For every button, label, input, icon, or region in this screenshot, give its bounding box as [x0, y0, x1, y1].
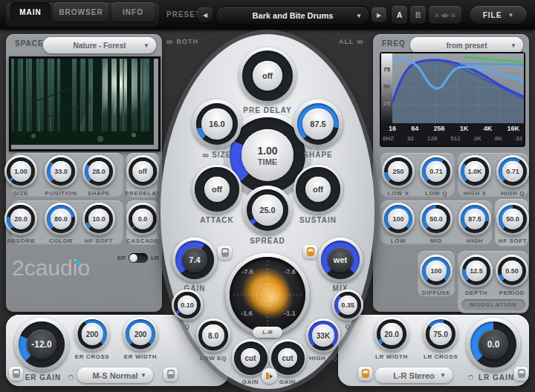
er-cross-label: ER CROSS [75, 353, 110, 360]
predelay-knob[interactable]: off [126, 155, 159, 188]
low-eq-q-label: Q [185, 323, 190, 330]
space-select[interactable]: Nature - Forest ▼ [43, 37, 156, 53]
hf-soft-tail-knob[interactable]: 50.0 [496, 203, 529, 235]
er-cross-knob[interactable]: 200 [75, 317, 109, 351]
absorb-knob[interactable]: 20.0 [4, 203, 37, 235]
diffuse-knob[interactable]: 100 [420, 255, 453, 287]
freq-response-graph[interactable]: 75 50 25 1664 2561K 4K16K 8HZ32 128512 2… [380, 52, 525, 147]
toggle-thumb [129, 254, 137, 262]
absorb-label: ABSORB [7, 238, 35, 244]
file-menu-button[interactable]: FILE ▼ [470, 6, 527, 24]
link-icon: ∞ [357, 39, 365, 45]
lr-gain-lock-button[interactable] [514, 367, 528, 381]
ms-mode-select[interactable]: M-S Normal ▼ [77, 368, 153, 383]
high-q-knob[interactable]: 0.71 [496, 155, 529, 188]
cascade-knob[interactable]: 0.0 [126, 203, 159, 235]
eq-link-button[interactable] [262, 368, 277, 384]
space-section-label: SPACE [15, 39, 44, 48]
low-x-knob[interactable]: 250 [382, 155, 415, 188]
freq-section-label: FREQ [382, 39, 406, 48]
lr-gain-knob[interactable]: 0.0 [467, 318, 520, 371]
mid-knob[interactable]: 50.0 [420, 203, 453, 235]
preset-prev-button[interactable]: ◀ [198, 7, 213, 22]
hf-soft-knob[interactable]: 10.0 [82, 203, 115, 235]
sustain-knob[interactable]: off [294, 165, 343, 214]
preset-select[interactable]: Bark and Bite Drums ▼ [215, 6, 370, 25]
depth-label: DEPTH [465, 290, 487, 296]
low-eq-freq-knob[interactable]: 8.0 [196, 318, 230, 353]
high-eq-q-knob[interactable]: 0.35 [332, 290, 363, 321]
cascade-label: CASCADE [126, 238, 159, 244]
low-x-label: LOW X [387, 190, 409, 197]
er-lock-button[interactable] [9, 367, 23, 381]
meter-value-bottom-right: -1.1 [284, 310, 296, 317]
gain-lock-button[interactable] [218, 246, 232, 260]
ab-compare-button[interactable]: A ◀▶ B [429, 6, 461, 24]
shape-knob[interactable]: 28.0 [82, 155, 115, 188]
er-gain-label: ER GAIN [25, 373, 62, 382]
position-knob[interactable]: 33.0 [45, 155, 77, 188]
high-label: HIGH [467, 238, 483, 244]
meter-value-bottom-left: -1.6 [241, 310, 253, 317]
ab-b-button[interactable]: B [410, 6, 426, 24]
depth-knob[interactable]: 12.5 [460, 255, 493, 287]
lr-stereo-lock-button[interactable] [358, 367, 372, 381]
shape-label: SHAPE [88, 190, 111, 197]
tab-main[interactable]: MAIN [10, 2, 51, 22]
link-both-indicator[interactable]: ∞ BOTH [166, 38, 198, 45]
tab-info[interactable]: INFO [111, 2, 155, 22]
link-all-indicator[interactable]: ALL ∞ [339, 38, 364, 45]
ms-lock-button[interactable] [163, 368, 178, 382]
gain-knob[interactable]: 7.4 [172, 238, 217, 282]
lr-cross-label: LR CROSS [424, 353, 458, 360]
chevron-down-icon: ▼ [356, 13, 362, 19]
lr-cross-knob[interactable]: 75.0 [424, 317, 458, 351]
size-label: SIZE [13, 190, 28, 197]
size-main-knob[interactable]: 16.0 [192, 99, 241, 148]
high-eq-freq-knob[interactable]: 33K [306, 318, 340, 353]
attack-knob[interactable]: off [192, 165, 241, 214]
low-knob[interactable]: 100 [382, 203, 415, 235]
chevron-down-icon: ▼ [143, 42, 149, 49]
low-q-knob[interactable]: 0.71 [420, 155, 453, 188]
high-q-label: HIGH Q [501, 190, 525, 197]
er-toggle-label: ER [117, 255, 126, 261]
low-eq-gain-label: GAIN [242, 379, 259, 385]
freq-select[interactable]: from preset ▼ [410, 37, 523, 53]
lr-width-knob[interactable]: 20.0 [374, 317, 409, 351]
er-lr-toggle[interactable]: ER LR [117, 253, 159, 263]
low-label: LOW [391, 238, 406, 244]
pre-delay-knob[interactable]: off [239, 48, 296, 104]
ab-a-button[interactable]: A [392, 6, 407, 24]
position-label: POSITION [45, 190, 77, 197]
lr-toggle-label: LR [151, 255, 159, 261]
y-tick-25: 25 [383, 100, 390, 107]
size-knob[interactable]: 1.00 [4, 155, 37, 188]
low-eq-q-knob[interactable]: 0.10 [172, 290, 203, 321]
preset-next-button[interactable]: ▶ [372, 7, 386, 22]
y-tick-75: 75 [383, 66, 390, 73]
plugin-window: MAIN BROWSER INFO PRESET ◀ Bark and Bite… [0, 0, 535, 392]
hf-soft-label: HF SOFT [85, 238, 113, 244]
lr-stereo-value: L-R Stereo [393, 371, 435, 380]
period-knob[interactable]: 0.50 [496, 255, 528, 287]
mix-knob[interactable]: wet [318, 238, 363, 282]
diffuse-label: DIFFUSE [422, 290, 450, 296]
color-knob[interactable]: 80.0 [45, 203, 77, 235]
er-gain-knob[interactable]: -12.0 [15, 318, 68, 371]
lr-stereo-select[interactable]: L-R Stereo ▼ [375, 368, 453, 383]
tab-browser[interactable]: BROWSER [54, 2, 108, 22]
high-knob[interactable]: 87.5 [458, 203, 491, 235]
ms-mode-value: M-S Normal [92, 371, 137, 380]
low-q-label: LOW Q [425, 190, 447, 197]
size-main-label: ∞SIZE [203, 151, 232, 159]
high-x-knob[interactable]: 1.0K [458, 155, 491, 188]
high-eq-label: HIGH EQ [309, 355, 337, 362]
lr-mode-button[interactable]: L-R [253, 327, 282, 338]
mix-lock-button[interactable] [303, 245, 317, 259]
shape-main-knob[interactable]: 87.5 [294, 99, 343, 148]
spread-knob[interactable]: 25.0 [243, 186, 292, 235]
mid-label: MID [430, 238, 442, 244]
chevron-down-icon: ▼ [440, 372, 446, 379]
er-width-knob[interactable]: 200 [123, 317, 158, 351]
